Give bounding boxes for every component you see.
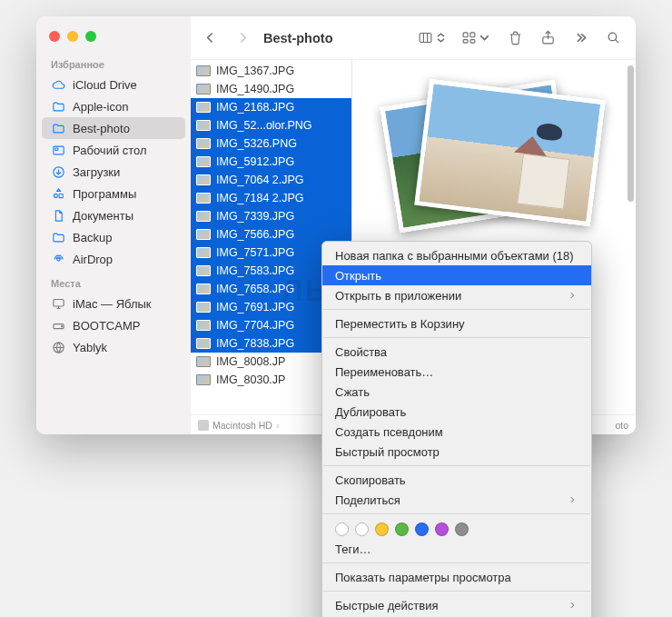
menu-item[interactable]: Переименовать…	[322, 362, 591, 382]
sidebar-item-label: iCloud Drive	[73, 78, 137, 92]
svg-rect-1	[54, 148, 57, 151]
file-row[interactable]: IMG_7184 2.JPG	[191, 189, 351, 207]
tag-color[interactable]	[335, 522, 349, 536]
sidebar-item[interactable]: iMac — Яблык	[36, 293, 191, 314]
forward-button[interactable]	[229, 26, 256, 50]
path-root[interactable]: Macintosh HD	[212, 420, 272, 431]
sidebar-item-label: BOOTCAMP	[73, 319, 140, 333]
tag-color[interactable]	[435, 522, 449, 536]
apps-icon	[51, 186, 65, 201]
back-button[interactable]	[196, 26, 223, 50]
zoom-window[interactable]	[85, 31, 96, 42]
menu-item-label: Переместить в Корзину	[335, 317, 465, 331]
sidebar-item-label: Apple-icon	[73, 100, 128, 114]
file-thumb-icon	[196, 247, 211, 258]
file-name: IMG_2168.JPG	[216, 101, 294, 114]
sidebar-item[interactable]: Рабочий стол	[36, 139, 191, 161]
menu-item-label: Переименовать…	[335, 365, 433, 379]
file-name: IMG_7691.JPG	[216, 301, 294, 313]
file-row[interactable]: IMG_52...olor.PNG	[191, 116, 351, 134]
group-button[interactable]	[458, 26, 496, 50]
sidebar-item-label: Backup	[73, 231, 112, 244]
sidebar-item-label: Документы	[73, 209, 133, 223]
file-name: IMG_7571.JPG	[216, 246, 294, 259]
sidebar-item-label: Yablyk	[73, 341, 107, 354]
file-thumb-icon	[196, 356, 211, 367]
network-icon	[51, 340, 65, 354]
sidebar-item-label: Программы	[73, 187, 136, 201]
menu-item[interactable]: Дублировать	[322, 402, 591, 422]
sidebar-item[interactable]: Backup	[36, 226, 191, 248]
minimize-window[interactable]	[67, 31, 78, 42]
menu-item[interactable]: Свойства	[322, 342, 591, 362]
search-button[interactable]	[599, 26, 627, 50]
file-row[interactable]: IMG_1367.JPG	[191, 62, 351, 80]
folder-icon	[51, 121, 65, 135]
tag-color[interactable]	[455, 522, 469, 536]
svg-rect-13	[463, 33, 468, 37]
tag-color[interactable]	[375, 522, 389, 536]
menu-separator	[323, 337, 590, 338]
close-window[interactable]	[49, 31, 60, 42]
menu-item[interactable]: Открыть в приложении	[322, 285, 591, 305]
file-row[interactable]: IMG_7339.JPG	[191, 207, 351, 225]
menu-item[interactable]: Сжать	[322, 382, 591, 402]
file-row[interactable]: IMG_5912.JPG	[191, 153, 351, 171]
svg-rect-15	[463, 40, 468, 44]
trash-button[interactable]	[501, 26, 529, 50]
sidebar-item[interactable]: AirDrop	[36, 248, 191, 270]
file-thumb-icon	[196, 120, 211, 131]
file-thumb-icon	[196, 174, 211, 185]
sidebar-section-header: Избранное	[36, 56, 191, 74]
sidebar-item[interactable]: iCloud Drive	[36, 74, 191, 95]
file-thumb-icon	[196, 284, 211, 294]
svg-rect-16	[470, 40, 475, 44]
sidebar-section-header: Места	[36, 275, 191, 293]
file-thumb-icon	[196, 320, 211, 331]
menu-item[interactable]: Теги…	[322, 539, 591, 559]
file-row[interactable]: IMG_7064 2.JPG	[191, 171, 351, 189]
file-thumb-icon	[196, 84, 211, 95]
menu-item[interactable]: Переместить в Корзину	[322, 313, 591, 333]
more-button[interactable]	[567, 26, 594, 50]
view-columns-button[interactable]	[414, 26, 452, 50]
file-row[interactable]: IMG_2168.JPG	[191, 98, 351, 116]
menu-item-label: Быстрый просмотр	[335, 445, 440, 459]
tag-color[interactable]	[395, 522, 409, 536]
file-name: IMG_8030.JP	[216, 373, 285, 386]
menu-item[interactable]: Новая папка с выбранными объектами (18)	[322, 245, 591, 265]
menu-item[interactable]: Быстрые действия	[322, 595, 591, 615]
menu-item[interactable]: Создать псевдоним	[322, 422, 591, 442]
window-title: Best-photo	[263, 31, 333, 45]
sidebar-item[interactable]: Yablyk	[36, 336, 191, 358]
menu-item[interactable]: Показать параметры просмотра	[322, 567, 591, 587]
menu-item-label: Сжать	[335, 385, 370, 399]
folder-icon	[51, 99, 65, 114]
menu-item[interactable]: Поделиться	[322, 490, 591, 510]
sidebar-item[interactable]: Документы	[36, 204, 191, 226]
menu-item[interactable]: Скопировать	[322, 470, 591, 490]
chevron-right-icon	[568, 289, 578, 303]
sidebar-item[interactable]: Загрузки	[36, 161, 191, 183]
menu-item[interactable]: Открыть	[322, 265, 591, 285]
menu-separator	[323, 591, 590, 592]
file-thumb-icon	[196, 211, 211, 222]
tag-color[interactable]	[355, 522, 369, 536]
sidebar-item[interactable]: Apple-icon	[36, 95, 191, 117]
menu-item[interactable]: Быстрый просмотр	[322, 442, 591, 462]
sidebar-item[interactable]: Best-photo	[42, 117, 185, 139]
menu-separator	[323, 465, 590, 466]
sidebar-item[interactable]: Программы	[36, 183, 191, 204]
preview-scrollbar[interactable]	[628, 65, 634, 409]
sidebar-item[interactable]: BOOTCAMP	[36, 314, 191, 336]
chevron-right-icon	[568, 599, 578, 612]
share-button[interactable]	[534, 26, 561, 50]
tag-color[interactable]	[415, 522, 429, 536]
context-menu[interactable]: Новая папка с выбранными объектами (18)О…	[321, 241, 592, 617]
file-row[interactable]: IMG_1490.JPG	[191, 80, 351, 98]
file-row[interactable]: IMG_5326.PNG	[191, 134, 351, 153]
menu-item-label: Скопировать	[335, 473, 406, 487]
svg-point-8	[61, 325, 62, 326]
svg-point-3	[54, 194, 57, 197]
preview-thumbnail-stack	[389, 85, 598, 235]
